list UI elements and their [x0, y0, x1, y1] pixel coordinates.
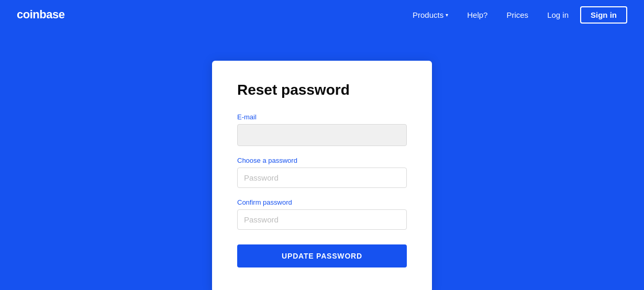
- update-password-button[interactable]: UPDATE PASSWORD: [237, 244, 407, 267]
- password-group: Choose a password: [237, 157, 407, 188]
- main-nav: Products ▾ Help? Prices Log in Sign in: [405, 6, 627, 24]
- signin-button[interactable]: Sign in: [580, 6, 627, 24]
- site-header: coinbase Products ▾ Help? Prices Log in …: [0, 0, 644, 29]
- nav-products[interactable]: Products ▾: [405, 6, 456, 24]
- main-content: Reset password E-mail Choose a password …: [0, 29, 644, 290]
- email-group: E-mail: [237, 113, 407, 146]
- logo[interactable]: coinbase: [17, 8, 64, 21]
- confirm-label: Confirm password: [237, 198, 407, 206]
- card-title: Reset password: [237, 82, 407, 98]
- chevron-down-icon: ▾: [446, 12, 448, 18]
- reset-password-card: Reset password E-mail Choose a password …: [212, 61, 432, 290]
- nav-help[interactable]: Help?: [460, 6, 495, 24]
- email-display: [237, 124, 407, 146]
- confirm-group: Confirm password: [237, 198, 407, 230]
- email-label: E-mail: [237, 113, 407, 121]
- password-label: Choose a password: [237, 157, 407, 164]
- nav-prices[interactable]: Prices: [499, 6, 536, 24]
- password-input[interactable]: [237, 168, 407, 188]
- confirm-password-input[interactable]: [237, 209, 407, 230]
- nav-login[interactable]: Log in: [540, 6, 576, 24]
